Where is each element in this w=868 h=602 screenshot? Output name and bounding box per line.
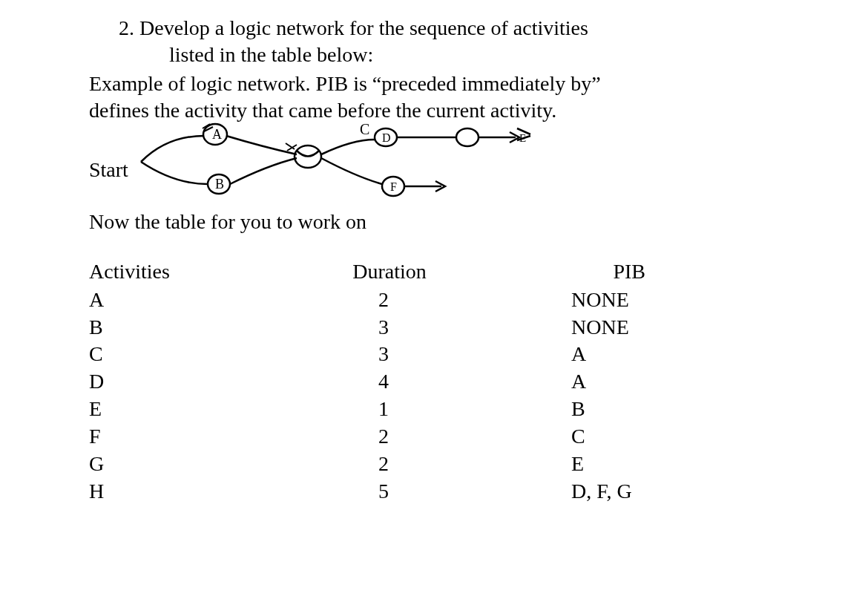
node-c-label: C bbox=[360, 121, 369, 137]
cell-activity: B bbox=[89, 314, 274, 341]
cell-pib: NONE bbox=[482, 287, 668, 314]
cell-activity: D bbox=[89, 368, 274, 396]
cell-duration: 2 bbox=[274, 287, 482, 314]
table-row: C 3 A bbox=[89, 341, 668, 368]
cell-pib: A bbox=[482, 368, 668, 396]
cell-pib: E bbox=[482, 451, 668, 478]
network-sketch-icon: A B C D E F bbox=[130, 114, 590, 210]
node-b-label: B bbox=[215, 177, 224, 192]
table-row: D 4 A bbox=[89, 368, 668, 396]
header-pib: PIB bbox=[482, 260, 668, 287]
node-a-label: A bbox=[212, 127, 222, 142]
cell-duration: 4 bbox=[274, 368, 482, 396]
cell-pib: C bbox=[482, 423, 668, 451]
table-row: B 3 NONE bbox=[89, 314, 668, 341]
cell-duration: 3 bbox=[274, 341, 482, 368]
table-intro: Now the table for you to work on bbox=[89, 210, 779, 234]
cell-duration: 1 bbox=[274, 396, 482, 423]
start-label: Start bbox=[89, 158, 128, 182]
explanation-line-1: Example of logic network. PIB is “preced… bbox=[89, 71, 779, 97]
cell-activity: G bbox=[89, 451, 274, 478]
cell-activity: C bbox=[89, 341, 274, 368]
cell-pib: NONE bbox=[482, 314, 668, 341]
question-header: 2. Develop a logic network for the seque… bbox=[89, 15, 779, 69]
svg-point-5 bbox=[456, 128, 479, 146]
cell-duration: 2 bbox=[274, 423, 482, 451]
cell-activity: F bbox=[89, 423, 274, 451]
table-row: H 5 D, F, G bbox=[89, 478, 668, 506]
node-f-label: F bbox=[390, 180, 397, 193]
node-d-label: D bbox=[382, 131, 391, 144]
question-text: Develop a logic network for the sequence… bbox=[139, 16, 588, 39]
cell-activity: H bbox=[89, 478, 274, 506]
activities-table: Activities Duration PIB A 2 NONE B 3 NON… bbox=[89, 260, 668, 506]
header-activities: Activities bbox=[89, 260, 274, 287]
logic-network-diagram: Start bbox=[89, 121, 779, 210]
table-row: E 1 B bbox=[89, 396, 668, 423]
table-row: A 2 NONE bbox=[89, 287, 668, 314]
question-number: 2. bbox=[119, 16, 134, 39]
cell-pib: B bbox=[482, 396, 668, 423]
cell-duration: 2 bbox=[274, 451, 482, 478]
table-header-row: Activities Duration PIB bbox=[89, 260, 668, 287]
table-row: G 2 E bbox=[89, 451, 668, 478]
cell-pib: D, F, G bbox=[482, 478, 668, 506]
cell-duration: 3 bbox=[274, 314, 482, 341]
table-row: F 2 C bbox=[89, 423, 668, 451]
cell-pib: A bbox=[482, 341, 668, 368]
cell-duration: 5 bbox=[274, 478, 482, 506]
cell-activity: E bbox=[89, 396, 274, 423]
node-e-label: E bbox=[519, 132, 526, 144]
cell-activity: A bbox=[89, 287, 274, 314]
question-sub: listed in the table below: bbox=[119, 42, 779, 68]
header-duration: Duration bbox=[274, 260, 482, 287]
